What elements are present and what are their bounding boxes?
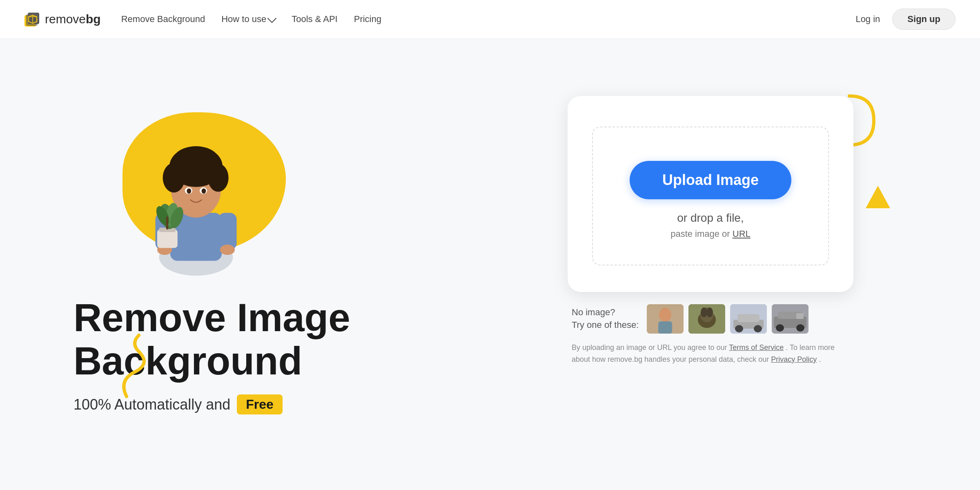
sample-images-list <box>647 304 808 334</box>
svg-point-23 <box>202 188 206 194</box>
svg-point-33 <box>659 308 671 322</box>
privacy-link[interactable]: Privacy Policy <box>771 355 817 363</box>
svg-point-49 <box>796 324 804 332</box>
nav-link-tools-api[interactable]: Tools & API <box>292 14 338 24</box>
nav-item-remove-background[interactable]: Remove Background <box>121 14 205 24</box>
drop-file-text: or drop a file, <box>677 212 744 225</box>
logo-icon <box>24 11 41 27</box>
navbar-right: Log in Sign up <box>855 9 956 30</box>
tos-link[interactable]: Terms of Service <box>729 343 784 352</box>
svg-point-48 <box>776 324 784 332</box>
svg-point-9 <box>220 245 235 255</box>
signup-button[interactable]: Sign up <box>892 9 956 30</box>
svg-point-43 <box>735 325 743 332</box>
svg-point-22 <box>187 188 191 194</box>
svg-point-19 <box>194 153 209 168</box>
main-content: Remove Image Background 100% Automatical… <box>0 39 980 439</box>
url-link[interactable]: URL <box>733 229 751 239</box>
upload-card: Upload Image or drop a file, paste image… <box>568 96 853 292</box>
sample-thumb-person[interactable] <box>647 304 684 334</box>
squiggle-bottom-left-decoration <box>114 331 180 406</box>
free-badge: Free <box>237 394 283 414</box>
left-section: Remove Image Background 100% Automatical… <box>49 71 490 414</box>
triangle-decoration <box>866 186 890 210</box>
hero-person-image <box>131 120 261 276</box>
sample-label: No image? Try one of these: <box>572 306 639 332</box>
svg-point-39 <box>706 307 713 317</box>
upload-image-button[interactable]: Upload Image <box>630 161 791 199</box>
login-button[interactable]: Log in <box>855 14 880 24</box>
nav-item-tools-api[interactable]: Tools & API <box>292 14 338 24</box>
nav-item-pricing[interactable]: Pricing <box>354 14 381 24</box>
svg-rect-50 <box>796 313 804 319</box>
paste-text: paste image or URL <box>670 229 751 239</box>
chevron-down-icon <box>267 14 277 23</box>
svg-point-38 <box>701 307 707 317</box>
sample-thumb-vehicle[interactable] <box>772 304 808 334</box>
svg-point-17 <box>206 165 219 179</box>
svg-rect-7 <box>218 213 236 249</box>
sample-thumb-car[interactable] <box>730 304 767 334</box>
hero-image-container <box>90 104 343 276</box>
upload-drop-zone[interactable]: Upload Image or drop a file, paste image… <box>592 127 829 265</box>
svg-rect-42 <box>737 314 760 322</box>
svg-rect-24 <box>157 229 178 248</box>
svg-rect-34 <box>658 321 672 334</box>
sample-thumb-animal[interactable] <box>688 304 725 334</box>
nav-link-remove-background[interactable]: Remove Background <box>121 14 205 24</box>
svg-point-44 <box>754 325 762 332</box>
legal-text: By uploading an image or URL you agree t… <box>568 342 853 365</box>
nav-link-pricing[interactable]: Pricing <box>354 14 381 24</box>
nav-links: Remove Background How to use Tools & API… <box>121 14 381 24</box>
logo[interactable]: removebg <box>24 11 101 27</box>
nav-item-how-to-use[interactable]: How to use <box>221 14 275 24</box>
sample-images-row: No image? Try one of these: <box>568 304 853 334</box>
right-section: Upload Image or drop a file, paste image… <box>490 71 931 365</box>
svg-point-16 <box>173 165 186 179</box>
navbar-left: removebg Remove Background How to use To… <box>24 11 381 27</box>
svg-rect-30 <box>166 216 168 229</box>
navbar: removebg Remove Background How to use To… <box>0 0 980 39</box>
nav-dropdown-how-to-use[interactable]: How to use <box>221 14 275 24</box>
svg-marker-31 <box>866 186 890 208</box>
logo-text: removebg <box>45 12 101 26</box>
